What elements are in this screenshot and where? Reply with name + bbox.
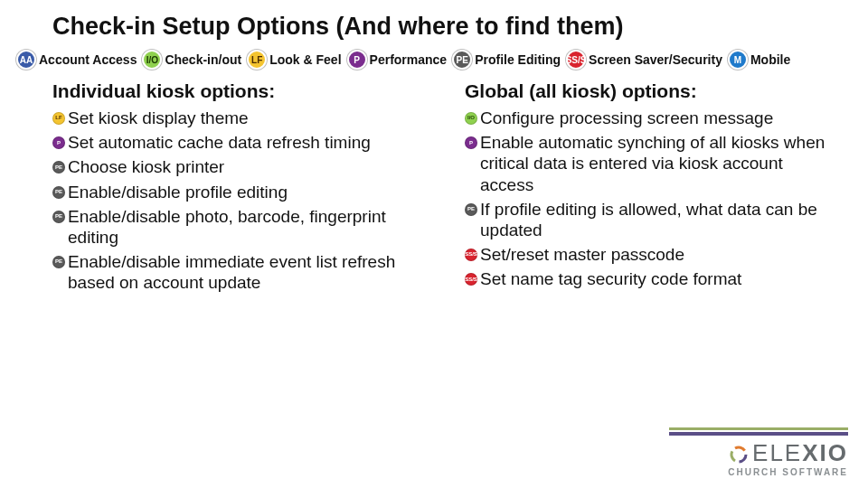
p-icon: P (465, 136, 477, 149)
ss-icon: SS/S (465, 249, 477, 261)
lf-icon: LF (52, 112, 65, 125)
pe-icon: PE (52, 186, 65, 199)
io-icon: I/O (465, 112, 477, 125)
item-text: Enable/disable profile editing (68, 182, 288, 202)
item-text: Enable/disable immediate event list refr… (68, 251, 429, 293)
elexio-logo: ELEXIO CHURCH SOFTWARE (669, 427, 868, 477)
legend-screensaver: SS/S Screen Saver/Security (566, 50, 722, 70)
legend-mobile: M Mobile (728, 50, 790, 70)
legend-account-access: AA Account Access (16, 50, 137, 70)
aa-icon: AA (16, 50, 36, 70)
ss-icon: SS/S (566, 50, 586, 70)
pe-icon: PE (52, 256, 65, 268)
list-item: PEEnable/disable profile editing (52, 182, 429, 202)
list-item: SS/SSet name tag security code format (465, 268, 841, 289)
legend-checkin: I/O Check-in/out (142, 50, 241, 70)
page-title: Check-in Setup Options (And where to fin… (0, 0, 868, 50)
columns: Individual kiosk options: LFSet kiosk di… (0, 80, 868, 296)
item-text: Enable automatic synching of all kiosks … (480, 132, 841, 195)
io-icon: I/O (142, 50, 162, 70)
item-text: Set/reset master passcode (480, 244, 684, 265)
column-heading: Global (all kiosk) options: (465, 80, 841, 102)
legend-label: Performance (370, 52, 448, 67)
list-item: SS/SSet/reset master passcode (465, 244, 841, 265)
legend-performance: P Performance (347, 50, 448, 70)
p-icon: P (347, 50, 367, 70)
ss-icon: SS/S (465, 273, 477, 286)
column-heading: Individual kiosk options: (52, 80, 429, 102)
item-text: Choose kiosk printer (68, 156, 224, 177)
logo-mark-icon (729, 445, 749, 465)
logo-accent-bar (669, 432, 848, 436)
item-text: If profile editing is allowed, what data… (480, 199, 841, 240)
m-icon: M (728, 50, 748, 70)
legend-label: Account Access (39, 52, 137, 67)
lf-icon: LF (247, 50, 267, 70)
option-list: I/OConfigure processing screen messagePE… (465, 108, 841, 289)
individual-options: Individual kiosk options: LFSet kiosk di… (52, 80, 429, 296)
pe-icon: PE (52, 161, 65, 174)
legend-label: Profile Editing (475, 52, 561, 67)
item-text: Set name tag security code format (480, 268, 741, 289)
logo-name: ELEXIO (669, 439, 848, 467)
list-item: PEnable automatic synching of all kiosks… (465, 132, 841, 195)
item-text: Set kiosk display theme (68, 108, 249, 128)
list-item: I/OConfigure processing screen message (465, 108, 841, 128)
legend-label: Look & Feel (269, 52, 341, 67)
option-list: LFSet kiosk display themePSet automatic … (52, 108, 429, 293)
pe-icon: PE (52, 211, 65, 223)
logo-subtitle: CHURCH SOFTWARE (669, 467, 848, 477)
list-item: PEEnable/disable photo, barcode, fingerp… (52, 206, 429, 248)
list-item: PSet automatic cache data refresh timing (52, 132, 429, 153)
p-icon: P (52, 136, 65, 149)
list-item: PEIf profile editing is allowed, what da… (465, 199, 841, 240)
list-item: PEChoose kiosk printer (52, 156, 429, 177)
legend-label: Screen Saver/Security (589, 52, 722, 67)
legend-label: Mobile (750, 52, 790, 67)
item-text: Configure processing screen message (480, 108, 773, 128)
legend-look-feel: LF Look & Feel (247, 50, 341, 70)
legend-row: AA Account Access I/O Check-in/out LF Lo… (0, 50, 868, 80)
legend-profile-editing: PE Profile Editing (452, 50, 561, 70)
logo-accent-bar (669, 427, 848, 430)
pe-icon: PE (452, 50, 472, 70)
item-text: Set automatic cache data refresh timing (68, 132, 371, 153)
list-item: LFSet kiosk display theme (52, 108, 429, 128)
global-options: Global (all kiosk) options: I/OConfigure… (465, 80, 841, 296)
item-text: Enable/disable photo, barcode, fingerpri… (68, 206, 429, 248)
legend-label: Check-in/out (165, 52, 241, 67)
pe-icon: PE (465, 203, 477, 216)
list-item: PEEnable/disable immediate event list re… (52, 251, 429, 293)
